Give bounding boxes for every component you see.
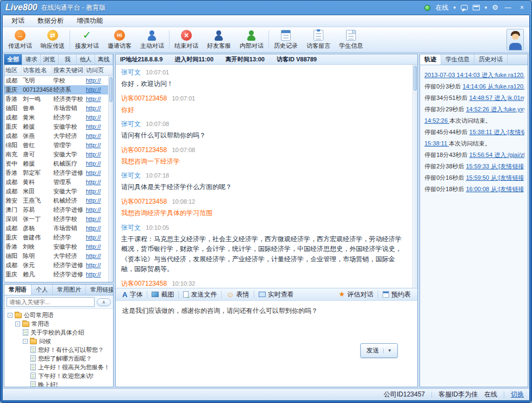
visitor-page-link[interactable]: http:// — [85, 159, 108, 168]
visitor-list-scrollbar[interactable] — [108, 76, 113, 282]
trajectory-link[interactable]: 14:14:06 从:fuke.ra120.com — [462, 83, 524, 90]
visitor-page-link[interactable]: http:// — [85, 261, 108, 270]
visitor-list-tab[interactable]: 浏览 — [41, 54, 59, 65]
phrase-tree-node[interactable]: 下午好！欢迎您来访! — [5, 371, 112, 380]
proactive-chat-button[interactable]: 主动对话 — [136, 28, 168, 52]
visitor-row[interactable]: 雅安 王燕飞 机械经济 http:// — [4, 196, 108, 205]
visitor-list-tab[interactable]: 请求 — [22, 54, 40, 65]
trajectory-link[interactable]: 15:38:11 进入:[友情链接]:ww1 — [470, 129, 524, 135]
phrase-tree-node[interactable]: - 公司常用语 — [5, 311, 112, 319]
visitor-row[interactable]: 香港 刘映 安徽学校 http:// — [4, 242, 108, 251]
visitor-row[interactable]: 成都 黄科 管理系 http:// — [4, 178, 108, 187]
visitor-page-link[interactable]: http:// — [85, 205, 108, 215]
phrases-tab[interactable]: 常用图片 — [53, 285, 86, 295]
visitor-message-button[interactable]: 访客留言 — [302, 28, 335, 52]
trajectory-link[interactable]: 16:00:08 从:[友情链接]:ww1 — [466, 186, 524, 192]
visitor-list-tab[interactable]: 他人 — [77, 54, 95, 65]
phrases-tab[interactable]: 个人 — [32, 285, 53, 295]
detail-tab[interactable]: 轨迹 — [420, 54, 441, 65]
visitor-row[interactable]: 绵阳 曾红 管理学 http:// — [4, 141, 108, 150]
visitor-row[interactable]: 重庆 赖凡 经济学进修 http:// — [4, 270, 108, 279]
menu-item-analytics[interactable]: 数据分析 — [31, 15, 70, 27]
online-status-label[interactable]: 在线 — [435, 3, 448, 12]
visitor-row[interactable]: 德阳 陈明 大学经济 http:// — [4, 251, 108, 261]
collapse-tree-button[interactable]: ∧ — [97, 298, 111, 306]
switch-status-link[interactable]: 切换 — [511, 390, 524, 399]
visitor-row[interactable]: 重庆 赖援 安徽学校 http:// — [4, 122, 108, 131]
phrase-tree-node[interactable]: - 常用语 — [5, 319, 112, 328]
trajectory-link[interactable]: 2013-07-03 14:14:03 进入:fuke.ra120.com — [424, 72, 524, 78]
font-button[interactable]: A 字体 — [118, 290, 147, 299]
visitor-row[interactable]: 成都 张元 经济学进修 http:// — [4, 261, 108, 270]
visitor-page-link[interactable]: http:// — [85, 76, 108, 85]
visitor-row[interactable]: 香港 郭定军 经济学进修 http:// — [4, 168, 108, 178]
visitor-row[interactable]: 成都 黄米 经济学 http:// — [4, 113, 108, 122]
internal-chat-button[interactable]: 内部对话 — [235, 28, 268, 52]
visitor-page-link[interactable]: http:// — [85, 150, 108, 159]
appointment-button[interactable]: 预约表 — [378, 290, 415, 299]
tree-expander-icon[interactable]: - — [8, 313, 12, 318]
online-dropdown-caret-icon[interactable]: ▾ — [453, 5, 456, 10]
reply-draft-text[interactable]: 这是我们应该做的，感谢你的咨询，请问还有什么可以帮到你的吗？ — [122, 306, 411, 316]
visitor-row[interactable]: 香港 刘一鸣 经济类学校 http:// — [4, 95, 108, 104]
visitor-page-link[interactable]: http:// — [85, 95, 108, 104]
settings-gear-icon[interactable]: ⚙ — [492, 4, 498, 11]
visitor-page-link[interactable]: http:// — [85, 122, 108, 131]
detail-tab[interactable]: 历史对话 — [474, 54, 508, 65]
column-header-name[interactable]: 访客姓名 — [22, 65, 52, 75]
visitor-page-link[interactable]: http:// — [85, 215, 108, 224]
visitor-row[interactable]: 成都 米田 安徽大学 http:// — [4, 187, 108, 196]
emoticon-button[interactable]: ☺ 表情 — [222, 290, 253, 299]
visitor-row[interactable]: 重庆 007123458 经济系 http:// — [4, 85, 108, 95]
phrase-search-input[interactable] — [7, 297, 95, 307]
visitor-list-tab[interactable]: 离线 — [95, 54, 113, 65]
send-button[interactable]: 发送 ▼ — [360, 343, 398, 358]
visitor-row[interactable]: 成都 彦杨 市场营销 http:// — [4, 224, 108, 233]
visitor-row[interactable]: 资中 赖援 机械医疗 http:// — [4, 159, 108, 168]
column-header-keyword[interactable]: 搜索关键词 — [52, 65, 85, 75]
detail-tab[interactable]: 学生信息 — [441, 54, 474, 65]
student-info-button[interactable]: 学生信息 — [335, 28, 367, 52]
visitor-row[interactable]: 德阳 曾单 市场营销 http:// — [4, 104, 108, 113]
visitor-page-link[interactable]: http:// — [85, 251, 108, 261]
close-button[interactable]: × — [517, 4, 527, 11]
send-options-caret-icon[interactable]: ▼ — [383, 348, 392, 353]
live-view-button[interactable]: 实时查看 — [254, 290, 298, 299]
phrases-tab[interactable]: 常用语 — [4, 285, 32, 295]
chat-scrollbar[interactable] — [412, 65, 417, 288]
chat-bubble-icon[interactable] — [461, 5, 468, 10]
end-chat-button[interactable]: × 结束对话 — [170, 28, 203, 52]
trajectory-link[interactable]: 15:59:50 从:[友情链接]:ww1 — [466, 174, 524, 181]
phrase-tree-node[interactable]: 您想了解哪方面呢？ — [5, 354, 112, 363]
minimize-button[interactable]: — — [503, 4, 512, 11]
visitor-row[interactable]: 深圳 张一丁 经济学校 http:// — [4, 215, 108, 224]
visitor-page-link[interactable]: http:// — [85, 104, 108, 113]
visitor-page-link[interactable]: http:// — [85, 233, 108, 242]
transfer-chat-button[interactable]: → 传送对话 — [4, 28, 36, 52]
tree-expander-icon[interactable]: - — [15, 322, 20, 326]
visitor-page-link[interactable]: http:// — [85, 168, 108, 178]
visitor-page-link[interactable]: http:// — [85, 224, 108, 233]
trajectory-link[interactable]: 14:48:57 进入:jk.01ny.cn/ — [470, 95, 524, 101]
history-button[interactable]: 历史记录 — [270, 28, 302, 52]
visitor-page-link[interactable]: http:// — [85, 242, 108, 251]
trajectory-link[interactable]: 14:52:26 — [424, 117, 449, 124]
phrase-tree-node[interactable]: 关于学校的具体介绍 — [5, 328, 112, 337]
visitor-page-link[interactable]: http:// — [85, 131, 108, 141]
agent-avatar[interactable] — [506, 29, 524, 51]
visitor-page-link[interactable]: http:// — [85, 113, 108, 122]
scrollbar-thumb[interactable] — [109, 77, 112, 102]
reply-editor[interactable]: 这是我们应该做的，感谢你的咨询，请问还有什么可以帮到你的吗？ 发送 ▼ — [116, 301, 417, 387]
more-dropdown-caret-icon[interactable]: ▾ — [485, 5, 487, 10]
send-file-button[interactable]: 发送文件 — [179, 290, 221, 299]
menu-item-enhanced[interactable]: 增强功能 — [70, 15, 109, 27]
trajectory-link[interactable]: 14:52:26 进入:fuke.yxylpw. — [466, 106, 524, 112]
evaluate-chat-button[interactable]: ★ 评估对话 — [334, 290, 378, 299]
invite-visitor-button[interactable]: Hi 邀请访客 — [103, 28, 136, 52]
visitor-row[interactable]: 成都 张燕 大学经济 http:// — [4, 131, 108, 141]
visitor-page-link[interactable]: http:// — [85, 141, 108, 150]
column-header-page[interactable]: 访问页 — [85, 65, 113, 75]
menu-item-dialog[interactable]: 对话 — [5, 15, 31, 27]
tree-expander-icon[interactable]: - — [23, 339, 28, 344]
visitor-page-link[interactable]: http:// — [85, 187, 108, 196]
